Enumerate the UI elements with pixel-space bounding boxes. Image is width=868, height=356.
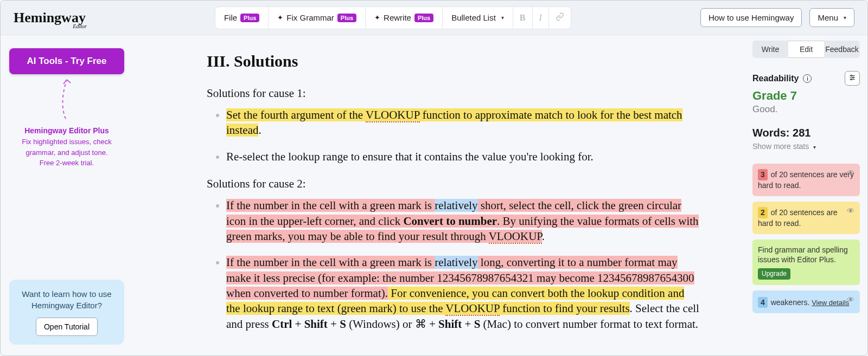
- sparkle-icon: ✦: [374, 14, 380, 22]
- sliders-icon: [848, 74, 856, 81]
- plus-badge: Plus: [240, 14, 259, 22]
- readability-desc: Good.: [752, 104, 860, 115]
- weakeners-count: 4: [758, 297, 768, 308]
- chevron-down-icon: ▾: [813, 144, 816, 150]
- eye-icon[interactable]: 👁: [847, 168, 854, 178]
- hard-text: of 20 sentences are hard to read.: [758, 208, 838, 228]
- logo-sub: Editor: [73, 23, 87, 29]
- lead-1: Solutions for cause 1:: [207, 86, 699, 101]
- show-more-stats[interactable]: Show more stats ▾: [752, 142, 816, 151]
- very-hard-card[interactable]: 👁 3 of 20 sentences are very hard to rea…: [752, 164, 860, 196]
- right-button-group: How to use Hemingway Menu ▾: [700, 8, 854, 27]
- main-toolbar: File Plus ✦ Fix Grammar Plus ✦ Rewrite P…: [215, 7, 571, 29]
- how-to-label: How to use Hemingway: [709, 13, 794, 22]
- fix-grammar-label: Fix Grammar: [286, 13, 334, 22]
- list-item: Set the fourth argument of the VLOOKUP f…: [226, 107, 699, 138]
- upgrade-badge[interactable]: Upgrade: [758, 268, 790, 279]
- list-item: If the number in the cell with a green m…: [226, 198, 699, 244]
- very-hard-count: 3: [758, 169, 768, 180]
- promo-title: Hemingway Editor Plus: [12, 125, 121, 137]
- hard-count: 2: [758, 207, 768, 218]
- very-hard-text: of 20 sentences are very hard to read.: [758, 170, 854, 190]
- tutorial-btn-label: Open Tutorial: [44, 322, 90, 331]
- grammar-text: Find grammar and spelling issues with Ed…: [758, 245, 854, 266]
- fix-grammar-button[interactable]: ✦ Fix Grammar Plus: [269, 7, 366, 29]
- svg-point-5: [851, 79, 852, 80]
- vlookup-term: VLOOKUP: [489, 230, 542, 244]
- link-icon: [556, 12, 564, 21]
- menu-button[interactable]: Menu ▾: [809, 8, 854, 27]
- hard-sentence: Set the fourth argument of the VLOOKUP f…: [226, 108, 682, 137]
- ai-tools-button[interactable]: AI Tools - Try Free: [9, 48, 124, 74]
- file-label: File: [224, 13, 237, 22]
- editor-area[interactable]: III. Solutions Solutions for cause 1: Se…: [131, 35, 748, 355]
- italic-button[interactable]: I: [533, 7, 549, 29]
- top-toolbar: Hemingway Editor File Plus ✦ Fix Grammar…: [1, 1, 867, 35]
- rewrite-button[interactable]: ✦ Rewrite Plus: [366, 7, 443, 29]
- very-hard-sentence: If the number in the cell with a green m…: [226, 199, 699, 243]
- plus-badge: Plus: [337, 14, 356, 22]
- solution-list-1: Set the fourth argument of the VLOOKUP f…: [207, 107, 699, 164]
- right-sidebar: Write Edit Feedback Readability i Grade …: [748, 35, 867, 355]
- vlookup-term: VLOOKUP: [445, 302, 500, 316]
- info-icon[interactable]: i: [803, 74, 812, 83]
- logo: Hemingway Editor: [14, 10, 86, 26]
- word-count: Words: 281: [752, 127, 860, 139]
- chevron-down-icon: ▾: [844, 15, 846, 21]
- chevron-down-icon: ▾: [501, 15, 504, 21]
- open-tutorial-button[interactable]: Open Tutorial: [36, 318, 98, 336]
- eye-icon[interactable]: 👁: [847, 295, 854, 305]
- readability-settings-button[interactable]: [845, 71, 860, 86]
- list-item: If the number in the cell with a green m…: [226, 255, 699, 332]
- tutorial-text: Want to learn how to use Hemingway Edito…: [17, 288, 117, 311]
- mode-tabs: Write Edit Feedback: [752, 41, 860, 58]
- hard-card[interactable]: 👁 2 of 20 sentences are hard to read.: [752, 202, 860, 234]
- tab-feedback[interactable]: Feedback: [824, 41, 860, 58]
- sparkle-icon: ✦: [277, 14, 283, 22]
- tab-write[interactable]: Write: [752, 41, 788, 58]
- solution-list-2: If the number in the cell with a green m…: [207, 198, 699, 332]
- list-item: Re-select the lookup range to ensure tha…: [226, 149, 699, 164]
- bulleted-list-label: Bulleted List: [451, 13, 496, 22]
- rewrite-label: Rewrite: [384, 13, 411, 22]
- view-details-link[interactable]: View details: [812, 298, 849, 308]
- svg-point-3: [851, 75, 852, 76]
- eye-icon[interactable]: 👁: [847, 206, 854, 216]
- bold-button[interactable]: B: [513, 7, 533, 29]
- grammar-card[interactable]: Find grammar and spelling issues with Ed…: [752, 240, 860, 285]
- promo-line-1: Fix highlighted issues, check grammar, a…: [12, 137, 121, 158]
- plus-badge: Plus: [414, 14, 433, 22]
- readability-row: Readability i: [752, 71, 860, 86]
- menu-label: Menu: [818, 13, 838, 22]
- file-menu[interactable]: File Plus: [215, 7, 269, 29]
- left-sidebar: AI Tools - Try Free Hemingway Editor Plu…: [1, 35, 131, 355]
- how-to-use-button[interactable]: How to use Hemingway: [700, 8, 802, 27]
- bulleted-list-menu[interactable]: Bulleted List ▾: [443, 7, 513, 29]
- vlookup-term: VLOOKUP: [366, 108, 420, 122]
- weakeners-card[interactable]: 👁 4 weakeners. View details: [752, 290, 860, 314]
- ai-tools-label: AI Tools - Try Free: [27, 56, 106, 66]
- weakener: relatively: [435, 199, 477, 212]
- main-area: AI Tools - Try Free Hemingway Editor Plu…: [1, 35, 867, 355]
- link-button[interactable]: [549, 7, 571, 29]
- weakeners-text: weakeners.: [769, 298, 809, 307]
- tutorial-box: Want to learn how to use Hemingway Edito…: [9, 280, 124, 345]
- tab-edit[interactable]: Edit: [788, 41, 824, 58]
- promo-arrow-icon: [50, 76, 83, 125]
- readability-grade: Grade 7: [752, 89, 860, 103]
- readability-label: Readability: [752, 74, 799, 83]
- svg-point-4: [853, 77, 854, 78]
- weakener: relatively: [435, 256, 477, 269]
- promo-line-2: Free 2-week trial.: [12, 158, 121, 169]
- heading: III. Solutions: [207, 50, 699, 73]
- promo-block: Hemingway Editor Plus Fix highlighted is…: [9, 125, 124, 169]
- lead-2: Solutions for cause 2:: [207, 176, 699, 191]
